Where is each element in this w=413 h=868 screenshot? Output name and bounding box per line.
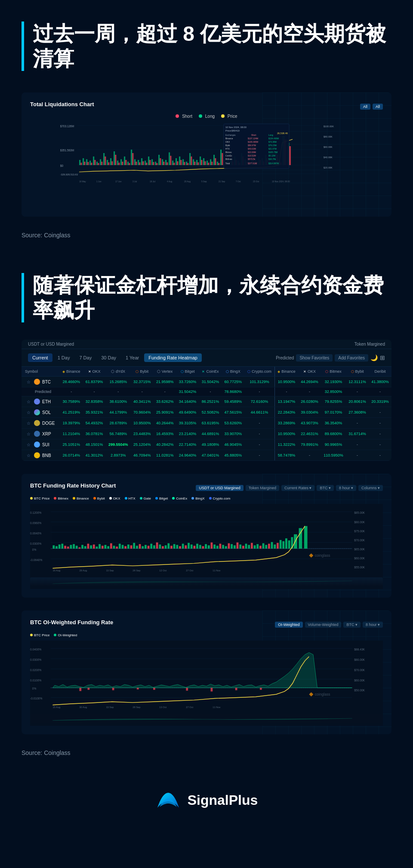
sol-star[interactable]: ☆ [27,410,31,415]
xrp-star[interactable]: ☆ [27,432,31,436]
svg-rect-81 [122,162,123,165]
svg-rect-255 [216,546,219,549]
svg-rect-239 [170,546,173,549]
svg-rect-73 [94,160,96,165]
svg-rect-254 [213,545,216,549]
svg-text:$703.126M: $703.126M [60,125,74,128]
svg-rect-247 [193,546,195,549]
cell-sol-bitmex: 97.0170% [321,407,346,418]
predicted-text: Predicted [35,390,51,394]
cell-bnb-vertex: 11.0281% [154,450,176,461]
bnb-star[interactable]: ☆ [27,453,31,458]
cell-xrp-symbol: ☆ XRP [22,429,60,439]
svg-rect-225 [130,546,133,549]
svg-rect-47 [213,155,215,165]
usdt-margined-tab[interactable]: USDT or USD Margined [196,485,243,491]
col-bingx: ⬡BingX [222,367,244,377]
cell-sui-bingx: 46.9045% [222,439,244,450]
cell-pred-dydx: - [106,387,131,396]
svg-text:$570.5k: $570.5k [248,158,256,160]
svg-text:0.0400%: 0.0400% [30,648,41,651]
svg-text:27 Oct: 27 Oct [186,569,193,572]
svg-text:$21.97M: $21.97M [268,148,277,150]
svg-text:$60.00K: $60.00K [354,557,365,560]
tab-current[interactable]: Current [28,353,52,362]
svg-text:$165.75M: $165.75M [268,151,277,153]
svg-rect-214 [99,544,101,549]
svg-text:Long: Long [268,134,273,136]
legend-bitget: Bitget [155,497,168,500]
svg-rect-269 [256,544,259,549]
doge-star[interactable]: ☆ [27,421,31,426]
svg-rect-273 [268,544,270,549]
cell-sui-binance-l: 25.1051% [60,439,83,450]
btc-oi-title: BTC OI-Weighted Funding Rate [30,619,113,626]
svg-rect-48 [217,162,218,165]
eth-star[interactable]: ☆ [27,399,31,404]
cell-bnb-okx-l: 41.3012% [83,450,106,461]
svg-text:1 Jun: 1 Jun [96,181,102,183]
cell-sol-vertex: 25.9091% [154,407,176,418]
cell-doge-okx-l: 54.4932% [83,418,106,429]
tab-30day[interactable]: 30 Day [97,353,120,362]
svg-rect-209 [84,546,86,549]
svg-rect-79 [115,155,116,165]
svg-rect-204 [70,545,72,549]
svg-text:13 Sep: 13 Sep [106,706,114,709]
cell-xrp-bitget: 23.2140% [176,429,199,439]
svg-rect-44 [203,158,204,165]
cell-pred-deribit: - [369,387,391,396]
legend-okx: OKX [109,497,120,500]
svg-text:OKX: OKX [225,141,230,143]
table-scroll-area[interactable]: Symbol ◈Binance ✕OKX ⬡ dYdX [22,367,391,461]
svg-rect-233 [153,546,155,549]
svg-rect-103 [197,163,199,165]
btc-star[interactable]: ☆ [27,380,31,384]
svg-text:0.0300%: 0.0300% [30,542,41,545]
svg-rect-211 [90,546,92,549]
svg-rect-217 [107,546,109,549]
cell-doge-crypto: - [244,418,274,429]
svg-rect-31 [158,155,160,165]
col-bitget: ⬡Bitget [176,367,199,377]
svg-text:28 Sep: 28 Sep [133,706,140,709]
svg-rect-232 [150,544,152,549]
tab-heatmap[interactable]: Funding Rate Heatmap [144,353,202,362]
tab-1day[interactable]: 1 Day [53,353,74,362]
svg-rect-235 [159,545,161,549]
svg-rect-319 [260,688,262,690]
oi-chart-scrollbar[interactable] [30,714,383,723]
svg-text:0%: 0% [32,548,37,551]
btc-funding-svg-area: 0.1200% 0.0960% 0.0640% 0.0300% 0% -0.06… [30,504,383,589]
add-favorites-btn[interactable]: Add Favorites [335,354,368,362]
sui-star[interactable]: ☆ [27,442,31,447]
right-section-label: Token Margined [354,342,385,347]
svg-rect-91 [156,163,157,165]
cell-pred-vertex: - [154,387,176,396]
cell-btc-bybit-r: 12.3111% [346,377,369,387]
table-row-doge: ☆ DOGE 19.3979% 54.4932% 28.6789% 10.950… [22,418,391,429]
svg-text:CoinEx: CoinEx [225,155,232,157]
svg-text:15 Aug: 15 Aug [52,706,60,709]
long-dot [199,114,202,118]
tab-7day[interactable]: 7 Day [75,353,96,362]
svg-rect-110 [222,153,223,165]
svg-rect-201 [61,544,63,549]
svg-text:0.0300%: 0.0300% [30,658,41,661]
cell-xrp-coinex-l: 44.6891% [199,429,222,439]
svg-text:15 Aug: 15 Aug [52,569,60,572]
doge-icon [34,420,40,426]
svg-text:Short: Short [251,134,256,136]
tab-1year[interactable]: 1 Year [121,353,143,362]
svg-rect-271 [262,543,265,549]
cell-xrp-bybit-r: 31.6714% [346,429,369,439]
cell-doge-bybit-r: - [346,418,369,429]
svg-rect-8 [79,160,80,165]
show-favorites-btn[interactable]: Show Favorites [296,354,333,362]
cell-btc-binance-l: 28.4660% [60,377,83,387]
svg-rect-266 [248,545,250,549]
btc-chart-scrollbar[interactable] [30,577,383,586]
cell-bnb-crypto: - [244,450,274,461]
cell-bnb-bybit-r: - [346,450,369,461]
svg-rect-261 [234,546,236,549]
